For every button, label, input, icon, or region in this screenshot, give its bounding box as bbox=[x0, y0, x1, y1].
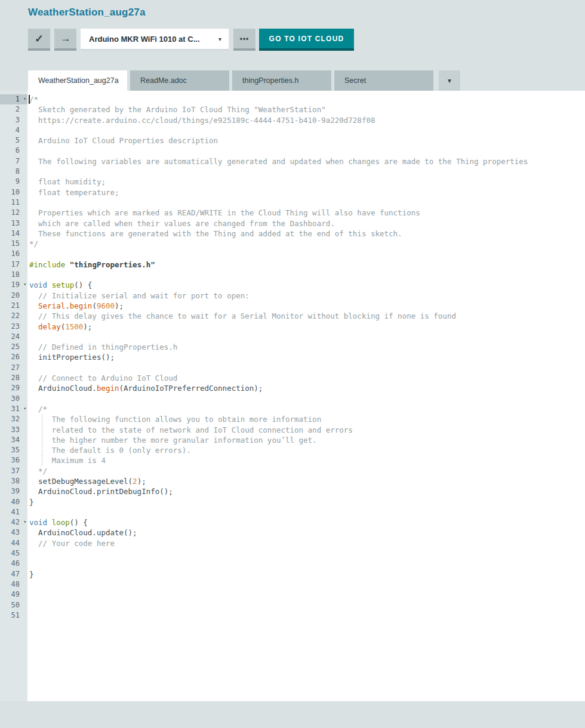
code-text[interactable]: // Your code here bbox=[27, 538, 115, 548]
code-text[interactable]: /* bbox=[27, 404, 47, 414]
code-line[interactable]: 14 These functions are generated with th… bbox=[0, 229, 585, 239]
code-text[interactable]: /* bbox=[27, 94, 38, 104]
line-number[interactable]: 13 bbox=[0, 218, 27, 229]
code-line[interactable]: 12 Properties which are marked as READ/W… bbox=[0, 208, 585, 218]
line-number[interactable]: 15 bbox=[0, 239, 27, 249]
code-text[interactable]: which are called when their values are c… bbox=[27, 218, 335, 229]
line-number[interactable]: 48 bbox=[0, 579, 27, 590]
line-number[interactable]: 2 bbox=[0, 104, 27, 115]
code-line[interactable]: 29 ArduinoCloud.begin(ArduinoIoTPreferre… bbox=[0, 383, 585, 393]
line-number[interactable]: 12 bbox=[0, 208, 27, 218]
code-line[interactable]: 22 // This delay gives the chance to wai… bbox=[0, 311, 585, 321]
code-text[interactable]: Serial.begin(9600); bbox=[27, 301, 124, 311]
code-text[interactable] bbox=[27, 125, 29, 135]
tab-overflow-button[interactable]: ▼ bbox=[439, 70, 460, 91]
line-number[interactable]: 7 bbox=[0, 156, 27, 166]
code-text[interactable] bbox=[27, 249, 29, 259]
line-number[interactable]: 27 bbox=[0, 363, 27, 373]
line-number[interactable]: 40 bbox=[0, 497, 27, 507]
code-line[interactable]: 43 ArduinoCloud.update(); bbox=[0, 528, 585, 538]
code-line[interactable]: 40} bbox=[0, 497, 585, 507]
more-options-button[interactable]: ••• bbox=[233, 29, 255, 51]
line-number[interactable]: 3 bbox=[0, 115, 27, 125]
line-number[interactable]: 45 bbox=[0, 548, 27, 559]
code-text[interactable] bbox=[27, 332, 29, 342]
code-line[interactable]: 25 // Defined in thingProperties.h bbox=[0, 342, 585, 352]
code-line[interactable]: 45 bbox=[0, 548, 585, 559]
tab-weatherstation[interactable]: WeatherStation_aug27a bbox=[28, 70, 127, 91]
code-line[interactable]: 42▾void loop() { bbox=[0, 517, 585, 528]
line-number[interactable]: 30 bbox=[0, 394, 27, 404]
line-number[interactable]: 9 bbox=[0, 177, 27, 187]
code-line[interactable]: 49 bbox=[0, 590, 585, 600]
code-text[interactable]: void loop() { bbox=[27, 517, 88, 528]
line-number[interactable]: 35 bbox=[0, 445, 27, 455]
line-number[interactable]: 23 bbox=[0, 322, 27, 332]
code-line[interactable]: 46 bbox=[0, 559, 585, 569]
code-line[interactable]: 39 ArduinoCloud.printDebugInfo(); bbox=[0, 486, 585, 496]
line-number[interactable]: 29 bbox=[0, 383, 27, 393]
line-number[interactable]: 24 bbox=[0, 332, 27, 342]
code-line[interactable]: 50 bbox=[0, 600, 585, 610]
code-text[interactable] bbox=[27, 579, 29, 590]
code-text[interactable]: */ bbox=[27, 466, 47, 476]
code-line[interactable]: 4 bbox=[0, 125, 585, 135]
code-line[interactable]: 2 Sketch generated by the Arduino IoT Cl… bbox=[0, 104, 585, 115]
line-number[interactable]: 44 bbox=[0, 538, 27, 548]
code-line[interactable]: 47} bbox=[0, 569, 585, 579]
code-line[interactable]: 26 initProperties(); bbox=[0, 352, 585, 362]
code-text[interactable]: The default is 0 (only errors). bbox=[27, 445, 191, 455]
code-line[interactable]: 30 bbox=[0, 394, 585, 404]
code-text[interactable] bbox=[27, 610, 29, 621]
code-text[interactable]: ArduinoCloud.begin(ArduinoIoTPreferredCo… bbox=[27, 383, 263, 393]
code-line[interactable]: 7 The following variables are automatica… bbox=[0, 156, 585, 166]
line-number[interactable]: 22 bbox=[0, 311, 27, 321]
code-text[interactable] bbox=[27, 507, 29, 517]
code-text[interactable]: These functions are generated with the T… bbox=[27, 229, 402, 239]
code-text[interactable]: // Connect to Arduino IoT Cloud bbox=[27, 373, 177, 383]
line-number[interactable]: 8 bbox=[0, 166, 27, 177]
code-text[interactable]: Arduino IoT Cloud Properties description bbox=[27, 135, 218, 146]
code-line[interactable]: 9 float humidity; bbox=[0, 177, 585, 187]
line-number[interactable]: 39 bbox=[0, 486, 27, 496]
code-text[interactable]: https://create.arduino.cc/cloud/things/e… bbox=[27, 115, 375, 125]
line-number[interactable]: 14 bbox=[0, 229, 27, 239]
code-text[interactable] bbox=[27, 600, 29, 610]
line-number[interactable]: 19▾ bbox=[0, 280, 27, 290]
code-text[interactable]: float temperature; bbox=[27, 187, 119, 198]
line-number[interactable]: 21 bbox=[0, 301, 27, 311]
code-line[interactable]: 35 The default is 0 (only errors). bbox=[0, 445, 585, 455]
line-number[interactable]: 31▾ bbox=[0, 404, 27, 414]
board-selector[interactable]: Arduino MKR WiFi 1010 at C... ▾ bbox=[81, 29, 229, 51]
line-number[interactable]: 32 bbox=[0, 414, 27, 424]
line-number[interactable]: 25 bbox=[0, 342, 27, 352]
line-number[interactable]: 26 bbox=[0, 352, 27, 362]
line-number[interactable]: 47 bbox=[0, 569, 27, 579]
code-line[interactable]: 21 Serial.begin(9600); bbox=[0, 301, 585, 311]
code-line[interactable]: 32 The following function allows you to … bbox=[0, 414, 585, 424]
code-text[interactable]: Maximum is 4 bbox=[27, 455, 106, 465]
code-text[interactable]: related to the state of network and IoT … bbox=[27, 425, 353, 435]
code-text[interactable]: } bbox=[27, 497, 34, 507]
code-text[interactable] bbox=[27, 166, 29, 177]
upload-button[interactable]: → bbox=[54, 29, 76, 51]
line-number[interactable]: 4 bbox=[0, 125, 27, 135]
code-line[interactable]: 16 bbox=[0, 249, 585, 259]
code-text[interactable]: Sketch generated by the Arduino IoT Clou… bbox=[27, 104, 326, 115]
tab-readme[interactable]: ReadMe.adoc bbox=[130, 70, 229, 91]
fold-caret-icon[interactable]: ▾ bbox=[23, 94, 26, 104]
code-lines[interactable]: 1▾/*2 Sketch generated by the Arduino Io… bbox=[0, 94, 585, 621]
line-number[interactable]: 34 bbox=[0, 435, 27, 445]
code-line[interactable]: 15*/ bbox=[0, 239, 585, 249]
line-number[interactable]: 17 bbox=[0, 260, 27, 270]
tab-secret[interactable]: Secret bbox=[334, 70, 433, 91]
line-number[interactable]: 16 bbox=[0, 249, 27, 259]
code-text[interactable]: // Initialize serial and wait for port t… bbox=[27, 291, 250, 301]
code-line[interactable]: 51 bbox=[0, 610, 585, 621]
code-text[interactable]: */ bbox=[27, 239, 38, 249]
code-text[interactable] bbox=[27, 198, 29, 208]
line-number[interactable]: 28 bbox=[0, 373, 27, 383]
code-text[interactable]: The following variables are automaticall… bbox=[27, 156, 528, 166]
code-text[interactable] bbox=[27, 548, 29, 559]
code-line[interactable]: 34 the higher number the more granular i… bbox=[0, 435, 585, 445]
